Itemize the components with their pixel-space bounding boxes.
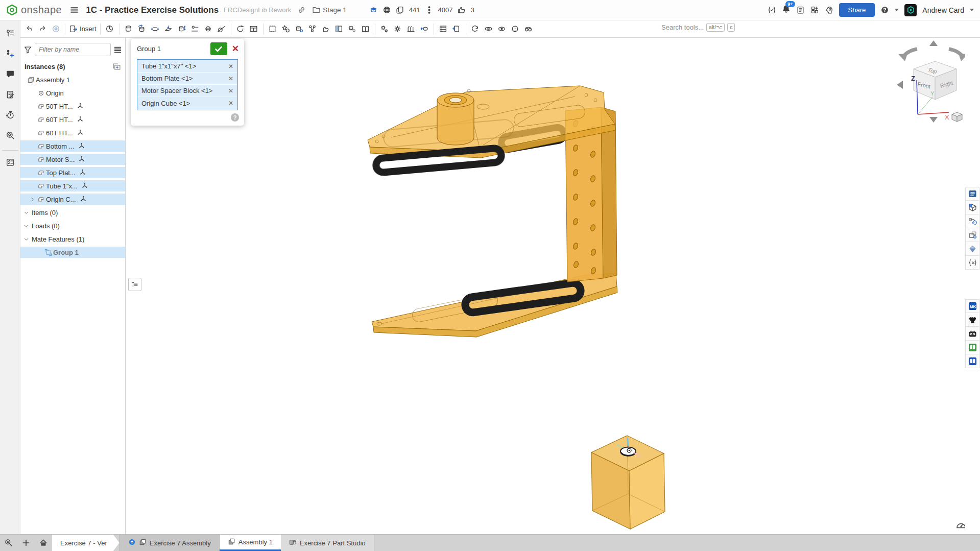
share-button[interactable]: Share	[839, 3, 875, 17]
ai-advisor-icon[interactable]	[825, 6, 833, 14]
update-info-icon[interactable]	[128, 538, 136, 547]
standard-content-button[interactable]	[450, 22, 463, 36]
linear-pattern-button[interactable]	[247, 22, 260, 36]
tab-exercise-7-part-studio[interactable]: Exercise 7 Part Studio	[281, 535, 374, 551]
instance-row[interactable]: Group 1	[20, 247, 125, 258]
position-indicator[interactable]	[77, 129, 84, 137]
mate-connector-button[interactable]	[103, 22, 116, 36]
follow-check-button[interactable]	[3, 155, 18, 170]
position-indicator[interactable]	[80, 195, 87, 204]
chevron-down-icon[interactable]	[22, 223, 30, 229]
instance-row[interactable]: Bottom ...	[20, 140, 125, 152]
comments-button[interactable]	[3, 66, 18, 82]
home-tab-button[interactable]	[35, 535, 52, 551]
look-at-button[interactable]	[495, 22, 509, 36]
search-history-button[interactable]	[3, 128, 18, 143]
panel-drawing-button[interactable]	[965, 228, 979, 242]
group-item-row[interactable]: Origin Cube <1>✕	[137, 97, 237, 109]
app-green-book-button[interactable]	[965, 341, 979, 354]
position-indicator[interactable]	[78, 155, 85, 164]
cancel-button[interactable]: ✕	[232, 44, 239, 53]
tangent-mate-button[interactable]	[215, 22, 228, 36]
section-row[interactable]: Mate Features (1)	[20, 233, 125, 245]
add-instance-icon[interactable]	[112, 62, 121, 71]
dialog-help-icon[interactable]: ?	[231, 113, 239, 122]
edit-in-context-button[interactable]	[319, 22, 332, 36]
release-notes-button[interactable]	[3, 87, 18, 102]
bom-table-button[interactable]	[437, 22, 450, 36]
mate-features-button[interactable]	[279, 22, 293, 36]
redo-button[interactable]	[36, 22, 49, 36]
new-tab-button[interactable]	[17, 535, 35, 551]
remove-item-button[interactable]: ✕	[228, 87, 233, 94]
user-menu-caret-icon[interactable]	[970, 9, 974, 11]
graphics-area[interactable]: Top Front Right Z Y X	[126, 38, 965, 534]
apps-grid-icon[interactable]	[810, 6, 819, 14]
chevron-right-icon[interactable]	[29, 197, 36, 202]
orbit-view-button[interactable]	[482, 22, 495, 36]
remove-item-button[interactable]: ✕	[228, 100, 233, 107]
app-mkcad-button[interactable]: MK	[965, 299, 979, 313]
chevron-down-icon[interactable]	[22, 210, 30, 215]
main-menu-icon[interactable]	[70, 6, 79, 14]
release-tasks-icon[interactable]	[796, 6, 805, 14]
section-row[interactable]: Items (0)	[20, 207, 125, 218]
group-item-row[interactable]: Bottom Plate <1>✕	[137, 73, 237, 85]
panel-bom-button[interactable]	[965, 187, 979, 201]
insert-button[interactable]: Insert	[68, 22, 98, 36]
time-tracker-button[interactable]	[3, 107, 18, 123]
instance-row[interactable]: Assembly 1	[20, 74, 125, 85]
panel-render-button[interactable]	[965, 242, 979, 256]
cylindrical-mate-button[interactable]	[175, 22, 188, 36]
instance-row[interactable]: 50T HT...	[20, 101, 125, 112]
revolute-mate-button[interactable]	[135, 22, 149, 36]
instance-row[interactable]: Tube 1"x...	[20, 180, 125, 191]
filter-input[interactable]	[35, 43, 111, 56]
learning-cap-icon[interactable]	[369, 6, 378, 14]
search-tabs-button[interactable]	[0, 535, 17, 551]
named-positions-button[interactable]	[266, 22, 279, 36]
undo-button[interactable]	[22, 22, 36, 36]
folder-breadcrumb[interactable]: Stage 1	[323, 6, 347, 14]
chevron-down-icon[interactable]	[22, 236, 30, 242]
group-items-list[interactable]: Tube 1"x1"x7" <1>✕Bottom Plate <1>✕Motor…	[137, 59, 238, 110]
position-indicator[interactable]	[79, 169, 86, 177]
insert-part-button[interactable]	[293, 22, 306, 36]
tab-assembly-1[interactable]: Assembly 1	[220, 535, 281, 551]
rotate-view-button[interactable]	[469, 22, 482, 36]
settings-button[interactable]	[391, 22, 404, 36]
user-avatar[interactable]	[904, 4, 917, 16]
group-item-row[interactable]: Tube 1"x1"x7" <1>✕	[137, 60, 237, 73]
help-caret-icon[interactable]	[895, 9, 899, 11]
configurations-button[interactable]	[378, 22, 391, 36]
app-blue-book-button[interactable]	[965, 354, 979, 368]
section-view-button[interactable]	[509, 22, 522, 36]
notifications-bell[interactable]: 9+	[782, 5, 791, 15]
list-options-icon[interactable]	[113, 45, 122, 54]
rollback-button[interactable]	[49, 22, 62, 36]
help-icon[interactable]	[880, 6, 889, 14]
frame-button[interactable]	[404, 22, 418, 36]
remove-item-button[interactable]: ✕	[228, 75, 233, 82]
filter-icon[interactable]	[23, 45, 32, 54]
onshape-logo[interactable]: onshape	[6, 4, 62, 16]
confirm-button[interactable]	[210, 42, 227, 55]
instance-row[interactable]: Motor S...	[20, 154, 125, 165]
versions-dots-icon[interactable]	[425, 6, 434, 14]
panel-featurescript-button[interactable]	[965, 256, 979, 270]
thumbs-up-icon[interactable]	[457, 6, 466, 14]
position-indicator[interactable]	[77, 115, 84, 124]
display-states-button[interactable]	[332, 22, 346, 36]
hide-show-button[interactable]	[522, 22, 535, 36]
app-robot-button[interactable]	[965, 327, 979, 341]
tab-exercise-7-assembly[interactable]: Exercise 7 Assembly	[119, 535, 220, 551]
assembly-structure-button[interactable]	[306, 22, 319, 36]
panel-release-button[interactable]	[965, 214, 979, 228]
slider-mate-button[interactable]	[149, 22, 162, 36]
position-indicator[interactable]	[77, 102, 84, 111]
origin-cube-part[interactable]	[591, 436, 665, 529]
create-version-button[interactable]	[3, 46, 18, 61]
app-butterfly-button[interactable]	[965, 313, 979, 327]
document-history-button[interactable]	[3, 26, 18, 41]
link-icon[interactable]	[297, 6, 306, 14]
